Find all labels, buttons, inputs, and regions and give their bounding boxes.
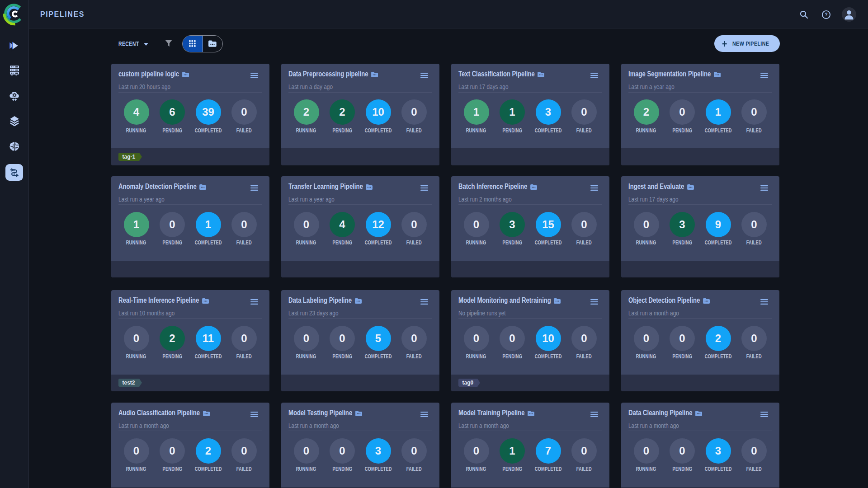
svg-text:?: ? (825, 12, 827, 17)
